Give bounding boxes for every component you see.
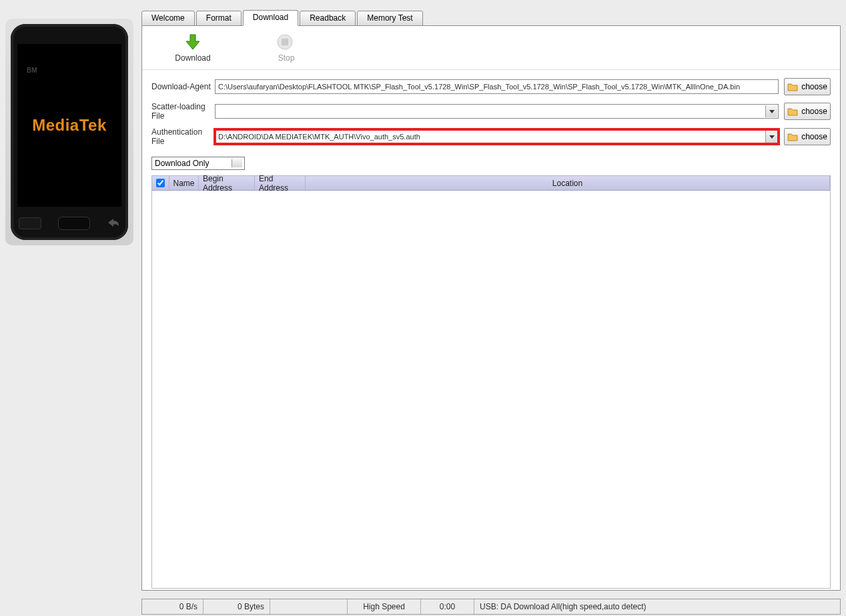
auth-file-row: Authentication File D:\ANDROID\DA MEDIAT…: [151, 127, 831, 146]
svg-rect-1: [282, 39, 288, 45]
tab-label: Memory Test: [367, 13, 412, 23]
device-preview: BM MediaTek: [5, 19, 133, 245]
download-button-label: Download: [166, 53, 220, 63]
tab-label: Welcome: [151, 13, 185, 23]
choose-label: choose: [801, 132, 827, 141]
download-agent-label: Download-Agent: [151, 82, 215, 91]
scatter-file-field[interactable]: [215, 104, 779, 119]
phone-bm-label: BM: [27, 67, 37, 74]
download-tab-content: Download Stop Download-Agent C:\Users\au…: [141, 25, 841, 591]
tab-bar: Welcome Format Download Readback Memory …: [140, 9, 842, 25]
tab-label: Format: [206, 13, 232, 23]
table-header: Name Begin Address End Address Location: [152, 176, 830, 191]
column-name[interactable]: Name: [169, 176, 199, 190]
phone-back-button: [107, 217, 120, 231]
download-agent-value: C:\Users\aufaryan\Desktop\FLASHTOOL MTK\…: [218, 83, 740, 91]
folder-icon: [787, 83, 798, 91]
select-all-checkbox[interactable]: [156, 179, 165, 187]
download-mode-value: Download Only: [155, 159, 209, 168]
phone-frame: BM MediaTek: [11, 24, 128, 240]
auth-file-label: Authentication File: [151, 127, 215, 146]
table-body: [152, 191, 830, 588]
download-button[interactable]: Download: [166, 33, 220, 63]
tab-label: Readback: [310, 13, 346, 23]
main-area: Welcome Format Download Readback Memory …: [140, 9, 842, 616]
mode-row: Download Only: [142, 157, 840, 174]
download-agent-choose-button[interactable]: choose: [784, 78, 831, 95]
toolbar: Download Stop: [142, 26, 840, 70]
download-agent-field[interactable]: C:\Users\aufaryan\Desktop\FLASHTOOL MTK\…: [215, 79, 779, 94]
phone-home-button: [58, 217, 90, 230]
scatter-file-label: Scatter-loading File: [151, 102, 215, 121]
column-checkbox[interactable]: [152, 176, 169, 190]
choose-label: choose: [801, 107, 827, 116]
tab-welcome[interactable]: Welcome: [141, 11, 195, 27]
partition-table: Name Begin Address End Address Location: [151, 175, 831, 589]
scatter-choose-button[interactable]: choose: [784, 103, 831, 120]
stop-icon: [276, 33, 296, 51]
phone-buttons: [11, 213, 128, 233]
phone-screen: BM MediaTek: [17, 44, 121, 207]
auth-file-value: D:\ANDROID\DA MEDIATEK\MTK_AUTH\Vivo_aut…: [218, 133, 420, 141]
chevron-down-icon: [234, 162, 240, 165]
column-location[interactable]: Location: [306, 176, 830, 190]
scatter-file-row: Scatter-loading File choose: [151, 102, 831, 121]
column-begin-address[interactable]: Begin Address: [199, 176, 255, 190]
column-end-address[interactable]: End Address: [255, 176, 306, 190]
download-arrow-icon: [183, 33, 203, 51]
scatter-dropdown-button[interactable]: [765, 105, 777, 117]
auth-dropdown-button[interactable]: [765, 131, 777, 143]
tab-format[interactable]: Format: [196, 11, 242, 27]
choose-label: choose: [801, 82, 827, 91]
auth-choose-button[interactable]: choose: [784, 128, 831, 145]
folder-icon: [787, 107, 798, 116]
status-usb: USB: DA Download All(high speed,auto det…: [474, 599, 840, 614]
status-transfer-rate: 0 B/s: [142, 599, 203, 614]
tab-readback[interactable]: Readback: [300, 11, 356, 27]
status-speed: High Speed: [348, 599, 421, 614]
status-bar: 0 B/s 0 Bytes High Speed 0:00 USB: DA Do…: [141, 599, 841, 615]
tab-label: Download: [253, 13, 288, 22]
phone-brand-logo: MediaTek: [32, 116, 107, 135]
auth-file-field[interactable]: D:\ANDROID\DA MEDIATEK\MTK_AUTH\Vivo_aut…: [215, 129, 779, 144]
download-mode-select[interactable]: Download Only: [151, 157, 245, 170]
status-bytes: 0 Bytes: [203, 599, 270, 614]
stop-button-label: Stop: [260, 53, 313, 63]
folder-icon: [787, 133, 798, 141]
tab-download[interactable]: Download: [243, 10, 298, 26]
download-agent-row: Download-Agent C:\Users\aufaryan\Desktop…: [151, 78, 831, 95]
file-paths-form: Download-Agent C:\Users\aufaryan\Desktop…: [142, 70, 840, 157]
tab-memory-test[interactable]: Memory Test: [357, 11, 422, 27]
stop-button[interactable]: Stop: [260, 33, 313, 63]
phone-menu-button: [19, 217, 41, 229]
status-time: 0:00: [421, 599, 474, 614]
status-empty: [270, 599, 348, 614]
